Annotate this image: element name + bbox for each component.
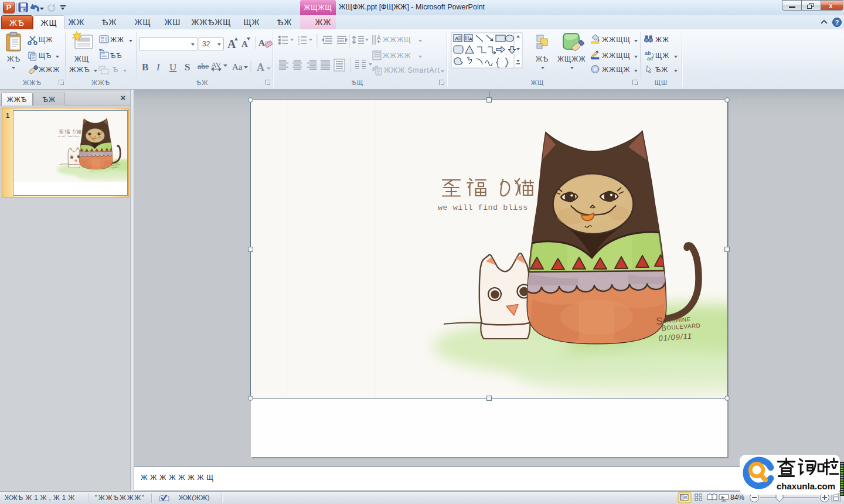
svg-text:U: U [169,62,176,73]
svg-text:A: A [455,36,459,42]
svg-text:Aa: Aa [232,62,243,71]
svg-text:A: A [469,36,472,42]
svg-text:B: B [142,62,148,73]
svg-text:?: ? [835,19,839,26]
svg-text:S: S [185,62,190,73]
svg-text:abe: abe [198,62,209,71]
svg-text:I: I [156,62,161,73]
svg-text:ac: ac [647,56,653,62]
svg-text:A: A [241,39,248,49]
svg-text:A: A [227,38,236,50]
svg-text:3: 3 [298,42,300,46]
svg-text:84%: 84% [730,493,744,502]
svg-text:chaxunla.com: chaxunla.com [777,481,835,491]
svg-text:A: A [257,62,264,73]
